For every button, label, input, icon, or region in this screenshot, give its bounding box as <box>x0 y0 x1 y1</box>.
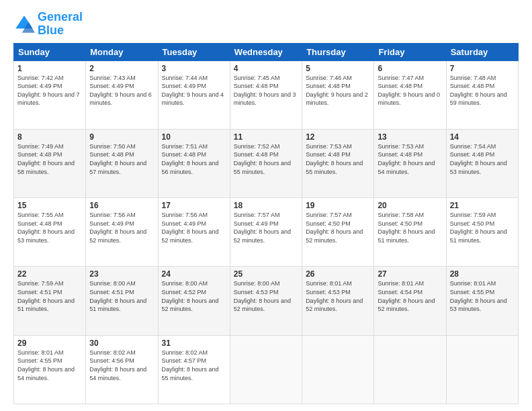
day-cell <box>230 335 302 404</box>
header: General Blue <box>13 11 519 38</box>
day-info: Sunrise: 7:59 AMSunset: 4:50 PMDaylight:… <box>450 211 515 244</box>
day-cell: 27Sunrise: 8:01 AMSunset: 4:54 PMDayligh… <box>374 267 446 335</box>
day-number: 18 <box>234 201 298 210</box>
day-cell: 15Sunrise: 7:55 AMSunset: 4:48 PMDayligh… <box>14 198 86 267</box>
day-cell: 25Sunrise: 8:00 AMSunset: 4:53 PMDayligh… <box>230 267 302 335</box>
day-info: Sunrise: 8:00 AMSunset: 4:51 PMDaylight:… <box>89 279 154 313</box>
day-cell: 17Sunrise: 7:56 AMSunset: 4:49 PMDayligh… <box>158 198 230 267</box>
day-info: Sunrise: 8:02 AMSunset: 4:56 PMDaylight:… <box>89 349 154 382</box>
day-number: 4 <box>234 64 298 73</box>
week-row-1: 1Sunrise: 7:42 AMSunset: 4:49 PMDaylight… <box>14 60 519 129</box>
day-info: Sunrise: 7:51 AMSunset: 4:48 PMDaylight:… <box>162 142 226 176</box>
calendar-table: SundayMondayTuesdayWednesdayThursdayFrid… <box>13 43 519 404</box>
day-number: 3 <box>162 64 226 73</box>
day-number: 13 <box>378 132 442 142</box>
day-number: 31 <box>162 338 226 348</box>
day-info: Sunrise: 7:57 AMSunset: 4:49 PMDaylight:… <box>234 211 298 244</box>
day-number: 29 <box>17 338 82 348</box>
day-info: Sunrise: 7:43 AMSunset: 4:49 PMDaylight:… <box>89 74 154 107</box>
day-number: 24 <box>162 269 226 279</box>
day-info: Sunrise: 7:42 AMSunset: 4:49 PMDaylight:… <box>17 74 82 107</box>
col-header-tuesday: Tuesday <box>158 43 230 60</box>
day-cell: 12Sunrise: 7:53 AMSunset: 4:48 PMDayligh… <box>302 129 374 197</box>
day-cell: 14Sunrise: 7:54 AMSunset: 4:48 PMDayligh… <box>446 129 518 197</box>
day-cell <box>374 335 446 404</box>
day-number: 6 <box>378 64 442 73</box>
day-cell: 23Sunrise: 8:00 AMSunset: 4:51 PMDayligh… <box>86 267 158 335</box>
day-number: 17 <box>162 201 226 210</box>
day-cell: 9Sunrise: 7:50 AMSunset: 4:48 PMDaylight… <box>86 129 158 197</box>
logo: General Blue <box>13 11 83 38</box>
day-info: Sunrise: 8:01 AMSunset: 4:53 PMDaylight:… <box>306 279 370 313</box>
day-number: 28 <box>450 269 515 279</box>
day-cell: 31Sunrise: 8:02 AMSunset: 4:57 PMDayligh… <box>158 335 230 404</box>
day-cell: 4Sunrise: 7:45 AMSunset: 4:48 PMDaylight… <box>230 60 302 129</box>
day-info: Sunrise: 8:00 AMSunset: 4:52 PMDaylight:… <box>162 279 226 313</box>
day-info: Sunrise: 8:02 AMSunset: 4:57 PMDaylight:… <box>162 349 226 382</box>
day-info: Sunrise: 7:59 AMSunset: 4:51 PMDaylight:… <box>17 279 82 313</box>
day-info: Sunrise: 7:55 AMSunset: 4:48 PMDaylight:… <box>17 211 82 244</box>
day-cell: 10Sunrise: 7:51 AMSunset: 4:48 PMDayligh… <box>158 129 230 197</box>
day-cell: 13Sunrise: 7:53 AMSunset: 4:48 PMDayligh… <box>374 129 446 197</box>
day-number: 26 <box>306 269 370 279</box>
day-number: 27 <box>378 269 442 279</box>
logo-icon <box>13 13 35 35</box>
day-info: Sunrise: 7:49 AMSunset: 4:48 PMDaylight:… <box>17 142 82 176</box>
day-info: Sunrise: 7:53 AMSunset: 4:48 PMDaylight:… <box>306 142 370 176</box>
day-info: Sunrise: 7:53 AMSunset: 4:48 PMDaylight:… <box>378 142 442 176</box>
day-number: 20 <box>378 201 442 210</box>
day-cell: 11Sunrise: 7:52 AMSunset: 4:48 PMDayligh… <box>230 129 302 197</box>
day-number: 14 <box>450 132 515 142</box>
day-info: Sunrise: 7:56 AMSunset: 4:49 PMDaylight:… <box>162 211 226 244</box>
day-cell: 28Sunrise: 8:01 AMSunset: 4:55 PMDayligh… <box>446 267 518 335</box>
day-number: 9 <box>89 132 154 142</box>
day-info: Sunrise: 8:00 AMSunset: 4:53 PMDaylight:… <box>234 279 298 313</box>
day-cell: 8Sunrise: 7:49 AMSunset: 4:48 PMDaylight… <box>14 129 86 197</box>
day-info: Sunrise: 7:44 AMSunset: 4:49 PMDaylight:… <box>162 74 226 107</box>
day-cell: 3Sunrise: 7:44 AMSunset: 4:49 PMDaylight… <box>158 60 230 129</box>
col-header-monday: Monday <box>86 43 158 60</box>
day-cell: 29Sunrise: 8:01 AMSunset: 4:55 PMDayligh… <box>14 335 86 404</box>
day-cell: 21Sunrise: 7:59 AMSunset: 4:50 PMDayligh… <box>446 198 518 267</box>
week-row-5: 29Sunrise: 8:01 AMSunset: 4:55 PMDayligh… <box>14 335 519 404</box>
day-cell: 30Sunrise: 8:02 AMSunset: 4:56 PMDayligh… <box>86 335 158 404</box>
day-info: Sunrise: 7:47 AMSunset: 4:48 PMDaylight:… <box>378 74 442 107</box>
week-row-3: 15Sunrise: 7:55 AMSunset: 4:48 PMDayligh… <box>14 198 519 267</box>
day-cell: 19Sunrise: 7:57 AMSunset: 4:50 PMDayligh… <box>302 198 374 267</box>
day-info: Sunrise: 8:01 AMSunset: 4:55 PMDaylight:… <box>450 279 515 313</box>
day-number: 10 <box>162 132 226 142</box>
day-info: Sunrise: 7:52 AMSunset: 4:48 PMDaylight:… <box>234 142 298 176</box>
day-info: Sunrise: 8:01 AMSunset: 4:55 PMDaylight:… <box>17 349 82 382</box>
day-cell: 22Sunrise: 7:59 AMSunset: 4:51 PMDayligh… <box>14 267 86 335</box>
day-info: Sunrise: 7:50 AMSunset: 4:48 PMDaylight:… <box>89 142 154 176</box>
week-row-4: 22Sunrise: 7:59 AMSunset: 4:51 PMDayligh… <box>14 267 519 335</box>
col-header-sunday: Sunday <box>14 43 86 60</box>
day-number: 2 <box>89 64 154 73</box>
col-header-friday: Friday <box>374 43 446 60</box>
day-number: 7 <box>450 64 515 73</box>
day-cell <box>302 335 374 404</box>
logo-text: General Blue <box>38 11 83 38</box>
day-info: Sunrise: 8:01 AMSunset: 4:54 PMDaylight:… <box>378 279 442 313</box>
day-number: 30 <box>89 338 154 348</box>
day-number: 23 <box>89 269 154 279</box>
day-number: 16 <box>89 201 154 210</box>
day-number: 11 <box>234 132 298 142</box>
day-cell: 24Sunrise: 8:00 AMSunset: 4:52 PMDayligh… <box>158 267 230 335</box>
day-info: Sunrise: 7:46 AMSunset: 4:48 PMDaylight:… <box>306 74 370 107</box>
day-number: 1 <box>17 64 82 73</box>
day-number: 15 <box>17 201 82 210</box>
col-header-wednesday: Wednesday <box>230 43 302 60</box>
day-number: 12 <box>306 132 370 142</box>
header-row: SundayMondayTuesdayWednesdayThursdayFrid… <box>14 43 519 60</box>
day-info: Sunrise: 7:57 AMSunset: 4:50 PMDaylight:… <box>306 211 370 244</box>
day-cell: 7Sunrise: 7:48 AMSunset: 4:48 PMDaylight… <box>446 60 518 129</box>
week-row-2: 8Sunrise: 7:49 AMSunset: 4:48 PMDaylight… <box>14 129 519 197</box>
day-cell: 1Sunrise: 7:42 AMSunset: 4:49 PMDaylight… <box>14 60 86 129</box>
col-header-thursday: Thursday <box>302 43 374 60</box>
day-info: Sunrise: 7:58 AMSunset: 4:50 PMDaylight:… <box>378 211 442 244</box>
day-info: Sunrise: 7:56 AMSunset: 4:49 PMDaylight:… <box>89 211 154 244</box>
day-info: Sunrise: 7:45 AMSunset: 4:48 PMDaylight:… <box>234 74 298 107</box>
day-info: Sunrise: 7:54 AMSunset: 4:48 PMDaylight:… <box>450 142 515 176</box>
day-info: Sunrise: 7:48 AMSunset: 4:48 PMDaylight:… <box>450 74 515 107</box>
